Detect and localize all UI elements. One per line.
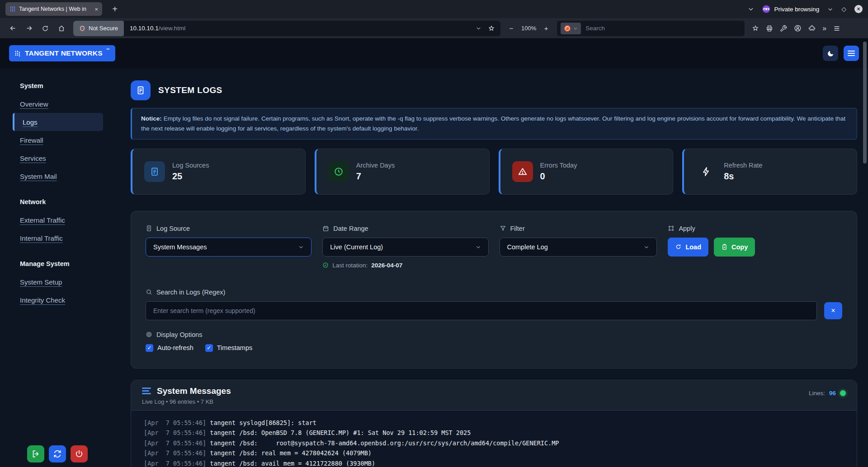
display-options-section: Display Options ✓ Auto-refresh ✓ Timesta… <box>146 331 842 352</box>
search-engine-icon <box>564 25 571 32</box>
extensions-puzzle-icon[interactable] <box>808 25 816 32</box>
load-label: Load <box>685 243 701 251</box>
logout-button[interactable] <box>27 445 44 462</box>
restore-window-icon[interactable]: ◇ <box>841 5 846 13</box>
back-icon[interactable] <box>5 22 20 35</box>
clipboard-icon <box>721 243 728 250</box>
url-text: 10.10.10.1/view.html <box>130 25 476 32</box>
logout-icon <box>31 449 40 458</box>
log-line: [Apr 7 05:55:46] tangent /bsd: OpenBSD 7… <box>144 428 844 438</box>
page-scrollbar[interactable] <box>863 42 867 163</box>
load-button[interactable]: Load <box>668 238 708 257</box>
not-secure-badge[interactable]: Not Secure <box>73 21 124 36</box>
last-rotation-note: Last rotation: 2026-04-07 <box>322 262 488 269</box>
browser-nav-bar: Not Secure 10.10.10.1/view.html − 100% +… <box>0 18 868 39</box>
display-options-label: Display Options <box>156 331 203 338</box>
browser-search-placeholder: Search <box>585 25 605 32</box>
sidebar-item-overview[interactable]: Overview <box>20 95 127 113</box>
zoom-in-icon[interactable]: + <box>542 24 551 32</box>
print-icon[interactable] <box>766 25 773 32</box>
sidebar-item-firewall[interactable]: Firewall <box>20 131 127 149</box>
lightning-bolt-icon <box>696 161 717 182</box>
sidebar-item-integrity-check[interactable]: Integrity Check <box>20 291 127 309</box>
browser-tab[interactable]: Tangent Networks | Web in × <box>5 2 102 16</box>
rotation-date: 2026-04-07 <box>371 262 402 269</box>
lines-badge: Lines: 96 <box>809 390 846 397</box>
sidebar-item-external-traffic[interactable]: External Traffic <box>20 211 127 229</box>
stat-label: Refresh Rate <box>724 162 762 169</box>
notice-text: Empty log files do not signal failure. C… <box>141 115 845 132</box>
main-content: SYSTEM LOGS Notice:Empty log files do no… <box>127 68 868 467</box>
forward-icon[interactable] <box>22 22 36 35</box>
theme-toggle-button[interactable] <box>823 46 838 61</box>
zoom-level[interactable]: 100% <box>521 25 536 32</box>
private-mask-icon <box>762 5 770 13</box>
system-logs-icon <box>131 80 151 100</box>
zoom-out-icon[interactable]: − <box>507 24 516 32</box>
funnel-icon <box>500 225 506 232</box>
stat-value: 0 <box>540 171 577 182</box>
log-viewer: System Messages Live Log • 96 entries • … <box>131 380 857 467</box>
brand-logo[interactable]: TANGENT NETWORKS ™ <box>9 45 115 61</box>
browser-search-bar[interactable]: Search <box>557 21 745 36</box>
sidebar-item-internal-traffic[interactable]: Internal Traffic <box>20 229 127 247</box>
stat-value: 25 <box>172 171 209 182</box>
tools-wrench-icon[interactable] <box>780 25 787 32</box>
hamburger-icon <box>848 49 855 57</box>
chevron-down-icon <box>298 244 304 250</box>
tab-list-chevron-icon[interactable] <box>748 6 754 12</box>
refresh-icon <box>675 243 682 250</box>
power-button[interactable] <box>71 445 88 462</box>
sidebar-item-services[interactable]: Services <box>20 149 127 167</box>
timestamps-label: Timestamps <box>217 344 252 351</box>
account-icon[interactable] <box>794 24 802 32</box>
log-output[interactable]: [Apr 7 05:55:46] tangent syslogd[86825]:… <box>131 411 857 467</box>
new-tab-button[interactable]: + <box>108 4 121 14</box>
log-line: [Apr 7 05:55:46] tangent /bsd: avail mem… <box>144 458 844 467</box>
filter-select[interactable]: Complete Log <box>500 238 657 257</box>
search-engine-chip[interactable] <box>561 23 581 34</box>
power-icon <box>75 449 84 458</box>
private-chevron-icon[interactable] <box>827 6 833 12</box>
auto-refresh-checkbox[interactable]: ✓ Auto-refresh <box>146 344 193 352</box>
site-menu-button[interactable] <box>844 46 859 61</box>
page-title: SYSTEM LOGS <box>158 85 222 95</box>
date-range-field: Date Range Live (Current Log) Last rotat… <box>322 225 488 269</box>
zoom-controls: − 100% + <box>507 24 551 32</box>
apply-field: Apply Load Copy <box>668 225 842 269</box>
refresh-session-button[interactable] <box>49 445 66 462</box>
tab-title: Tangent Networks | Web in <box>19 6 91 12</box>
apply-label: Apply <box>679 225 695 232</box>
clear-search-button[interactable]: × <box>824 302 842 319</box>
save-star-icon[interactable] <box>752 25 759 32</box>
sidebar-item-system-mail[interactable]: System Mail <box>20 167 127 185</box>
date-range-select[interactable]: Live (Current Log) <box>322 238 488 257</box>
timestamps-checkbox[interactable]: ✓ Timestamps <box>205 344 252 352</box>
site-favicon-icon <box>9 6 16 12</box>
sidebar-item-system-setup[interactable]: System Setup <box>20 273 127 291</box>
browser-tab-bar: Tangent Networks | Web in × + Private br… <box>0 0 868 18</box>
brand-dots-icon <box>14 50 21 57</box>
tab-close-icon[interactable]: × <box>94 6 98 12</box>
reload-icon[interactable] <box>38 22 52 35</box>
urlbar-dropdown-chevron-icon[interactable] <box>476 25 481 31</box>
bookmark-star-icon[interactable] <box>488 25 495 32</box>
home-icon[interactable] <box>54 22 69 35</box>
url-path: /view.html <box>159 25 185 32</box>
url-bar[interactable]: Not Secure 10.10.10.1/view.html <box>73 21 500 36</box>
copy-button[interactable]: Copy <box>714 238 755 257</box>
sidebar-section-manage: Manage System <box>20 255 127 273</box>
menu-icon[interactable] <box>833 25 840 32</box>
log-file-icon <box>144 161 165 182</box>
log-search-label: Search in Logs (Regex) <box>156 289 225 296</box>
log-source-select[interactable]: System Messages <box>146 238 311 257</box>
log-source-value: System Messages <box>153 243 207 251</box>
log-search-input[interactable] <box>146 301 817 320</box>
private-browsing-indicator: Private browsing <box>762 5 819 13</box>
brand-trademark: ™ <box>106 48 110 52</box>
sidebar-item-logs[interactable]: Logs <box>13 113 103 131</box>
overflow-chevrons-icon[interactable]: » <box>822 24 826 33</box>
apply-command-icon <box>668 225 675 232</box>
checkbox-checked-icon: ✓ <box>146 344 153 352</box>
window-close-icon[interactable]: × <box>854 5 863 13</box>
